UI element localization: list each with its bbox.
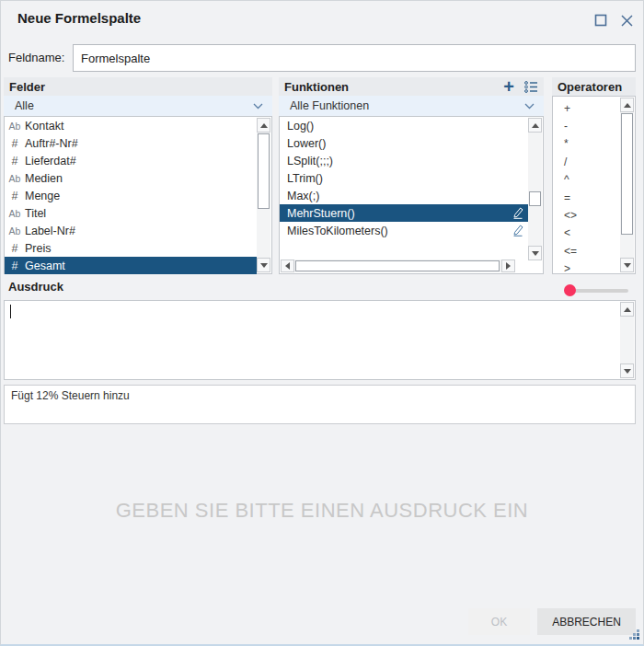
maximize-button[interactable]: [592, 11, 610, 29]
new-formula-column-dialog: Neue Formelspalte Feldname: Felder Funkt…: [0, 0, 644, 646]
scroll-down-button[interactable]: [257, 258, 270, 272]
operator-item[interactable]: -: [553, 117, 620, 134]
functions-panel-header: Funktionen +: [279, 77, 544, 96]
fields-panel-header: Felder: [4, 77, 272, 96]
scroll-up-button[interactable]: [620, 98, 634, 112]
operator-item[interactable]: ^: [553, 171, 620, 189]
function-item-label: Max(;): [287, 190, 319, 202]
operator-item[interactable]: +: [553, 99, 620, 117]
close-button[interactable]: [617, 11, 636, 29]
field-item-label: Medien: [25, 172, 63, 185]
fields-filter-value: Alle: [15, 99, 34, 112]
scroll-up-button[interactable]: [257, 118, 270, 133]
scroll-down-button[interactable]: [620, 363, 634, 378]
fieldname-input[interactable]: [73, 44, 636, 72]
field-item-label: Auftr#-Nr#: [25, 137, 78, 150]
function-item-label: Log(): [287, 120, 314, 133]
operators-panel-header: Operatoren: [552, 77, 636, 96]
list-options-icon: [523, 80, 538, 93]
operator-item[interactable]: <>: [553, 206, 620, 224]
scroll-right-button[interactable]: [501, 260, 515, 272]
field-item[interactable]: AbMedien: [5, 169, 257, 187]
functions-hscrollbar[interactable]: [281, 260, 515, 272]
function-list-options-button[interactable]: [523, 80, 538, 93]
expression-scrollbar[interactable]: [620, 302, 634, 378]
number-type-icon: #: [5, 190, 25, 202]
functions-scrollbar[interactable]: [528, 118, 542, 260]
edit-pencil-icon: [512, 225, 523, 236]
field-item-label: Lieferdat#: [25, 155, 76, 167]
scroll-up-button[interactable]: [620, 302, 634, 317]
field-item[interactable]: #Auftr#-Nr#: [5, 134, 257, 152]
operator-item[interactable]: /: [553, 153, 620, 170]
scroll-down-button[interactable]: [620, 258, 634, 272]
operator-item[interactable]: >: [553, 260, 620, 278]
function-item[interactable]: Max(;): [280, 187, 528, 204]
ok-button[interactable]: OK: [468, 608, 530, 635]
function-item[interactable]: MehrStuern(): [280, 204, 528, 222]
text-type-icon: Ab: [5, 225, 25, 236]
fields-scrollbar[interactable]: [257, 118, 270, 272]
functions-filter-dropdown[interactable]: Alle Funktionen: [279, 96, 544, 116]
field-item[interactable]: #Preis: [5, 239, 257, 257]
field-item[interactable]: #Menge: [5, 187, 257, 204]
function-item[interactable]: LTrim(): [280, 169, 528, 187]
scrollbar-thumb[interactable]: [258, 133, 270, 209]
dialog-title: Neue Formelspalte: [17, 10, 141, 26]
operators-list: +-*/^=<><<=>: [552, 96, 636, 274]
edit-function-button[interactable]: [512, 225, 523, 236]
function-item-label: LTrim(): [287, 172, 323, 185]
function-item-label: MilesToKilometers(): [287, 225, 388, 237]
scroll-up-button[interactable]: [528, 118, 542, 133]
chevron-down-icon: [253, 103, 263, 110]
operator-item[interactable]: <=: [553, 242, 620, 260]
expression-input[interactable]: [4, 300, 636, 380]
chevron-down-icon: [524, 103, 535, 110]
field-item[interactable]: AbKontakt: [5, 117, 257, 134]
function-item[interactable]: LSplit(;;;): [280, 152, 528, 169]
edit-function-button[interactable]: [512, 207, 523, 219]
operators-scrollbar[interactable]: [620, 98, 634, 272]
scroll-left-button[interactable]: [281, 260, 294, 272]
zoom-slider-handle[interactable]: [564, 284, 576, 296]
maximize-icon: [594, 14, 607, 27]
number-type-icon: #: [5, 242, 25, 255]
expression-label: Ausdruck: [8, 280, 63, 294]
text-type-icon: Ab: [5, 208, 25, 219]
field-item[interactable]: AbLabel-Nr#: [5, 222, 257, 239]
add-function-button[interactable]: +: [503, 79, 514, 94]
resize-grip-icon: [628, 629, 640, 640]
functions-header-label: Funktionen: [284, 80, 349, 94]
operator-item[interactable]: <: [553, 225, 620, 242]
field-item[interactable]: #Gesamt: [5, 257, 257, 274]
close-icon: [621, 15, 633, 27]
text-type-icon: Ab: [5, 121, 25, 132]
resize-grip[interactable]: [628, 629, 640, 640]
function-item[interactable]: Lower(): [280, 134, 528, 152]
functions-list: Log()Lower()LSplit(;;;)LTrim()Max(;)Mehr…: [279, 116, 544, 274]
expression-placeholder: GEBEN SIE BITTE EINEN AUSDRUCK EIN: [1, 499, 643, 523]
scroll-down-button[interactable]: [528, 246, 542, 260]
edit-pencil-icon: [512, 207, 523, 219]
cancel-button[interactable]: ABBRECHEN: [537, 608, 636, 635]
operator-item[interactable]: *: [553, 135, 620, 153]
field-item[interactable]: AbTitel: [5, 204, 257, 222]
fields-filter-dropdown[interactable]: Alle: [4, 96, 272, 116]
function-item-label: MehrStuern(): [287, 207, 355, 220]
number-type-icon: #: [5, 260, 25, 272]
field-item[interactable]: #Lieferdat#: [5, 152, 257, 169]
zoom-slider[interactable]: [564, 283, 628, 298]
field-item-label: Preis: [25, 242, 51, 255]
function-item-label: LSplit(;;;): [287, 155, 333, 167]
fields-header-label: Felder: [9, 80, 45, 94]
function-item[interactable]: Log(): [280, 117, 528, 134]
fields-list: AbKontakt#Auftr#-Nr##Lieferdat#AbMedien#…: [4, 116, 272, 274]
scrollbar-thumb[interactable]: [295, 260, 500, 271]
scrollbar-thumb[interactable]: [621, 113, 633, 235]
scrollbar-thumb[interactable]: [529, 191, 541, 206]
operator-item[interactable]: =: [553, 189, 620, 206]
fields-list-items: AbKontakt#Auftr#-Nr##Lieferdat#AbMedien#…: [5, 117, 271, 274]
number-type-icon: #: [5, 155, 25, 167]
function-item[interactable]: MilesToKilometers(): [280, 222, 528, 239]
functions-filter-value: Alle Funktionen: [290, 99, 369, 112]
